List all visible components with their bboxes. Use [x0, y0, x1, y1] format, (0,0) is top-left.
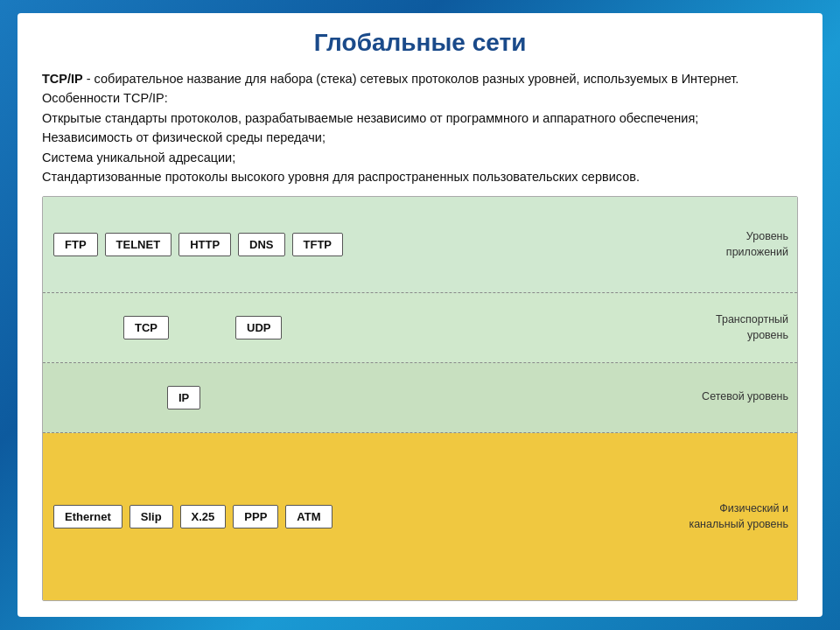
protocol-http: HTTP — [178, 233, 231, 256]
physical-layer-label: Физический и канальный уровень — [666, 501, 788, 532]
protocol-ethernet: Ethernet — [53, 505, 122, 528]
transport-protocols: TCP UDP — [53, 316, 787, 340]
protocol-telnet: TELNET — [105, 233, 172, 256]
layer-application: FTP TELNET HTTP DNS TFTP Уровеньприложен… — [43, 197, 797, 293]
protocol-ppp: PPP — [233, 505, 278, 528]
protocol-ip: IP — [167, 386, 200, 410]
transport-layer-label: Транспортный уровень — [683, 312, 788, 343]
desc-line-2: Независимость от физической среды переда… — [42, 130, 326, 144]
description-text: TCP/IP - собирательное название для набо… — [42, 69, 798, 187]
protocol-dns: DNS — [238, 233, 284, 256]
network-layer-label: Сетевой уровень — [702, 390, 788, 406]
desc-line-4: Стандартизованные протоколы высокого уро… — [42, 170, 640, 184]
tcpip-bold: TCP/IP — [42, 72, 83, 86]
desc-line-1: Открытые стандарты протоколов, разрабаты… — [42, 111, 698, 125]
page-title: Глобальные сети — [42, 29, 798, 57]
protocol-ftp: FTP — [53, 233, 98, 256]
protocol-slip: Slip — [130, 505, 173, 528]
protocol-tcp: TCP — [123, 316, 169, 340]
protocol-atm: ATM — [285, 505, 332, 528]
tcp-ip-diagram: FTP TELNET HTTP DNS TFTP Уровеньприложен… — [42, 196, 798, 601]
app-layer-label: Уровеньприложений — [726, 229, 788, 260]
app-protocols: FTP TELNET HTTP DNS TFTP — [53, 233, 787, 256]
protocol-tftp: TFTP — [292, 233, 344, 256]
layer-physical: Ethernet Slip X.25 PPP ATM Физический и … — [43, 433, 797, 600]
protocol-udp: UDP — [235, 316, 282, 340]
layer-network: IP Сетевой уровень — [43, 363, 797, 433]
slide: Глобальные сети TCP/IP - собирательное н… — [18, 13, 822, 617]
protocol-x25: X.25 — [180, 505, 227, 528]
desc-line-3: Система уникальной адресации; — [42, 150, 235, 164]
network-protocols: IP — [53, 386, 787, 410]
intro-text: - собирательное название для набора (сте… — [42, 72, 738, 105]
layer-transport: TCP UDP Транспортный уровень — [43, 293, 797, 363]
